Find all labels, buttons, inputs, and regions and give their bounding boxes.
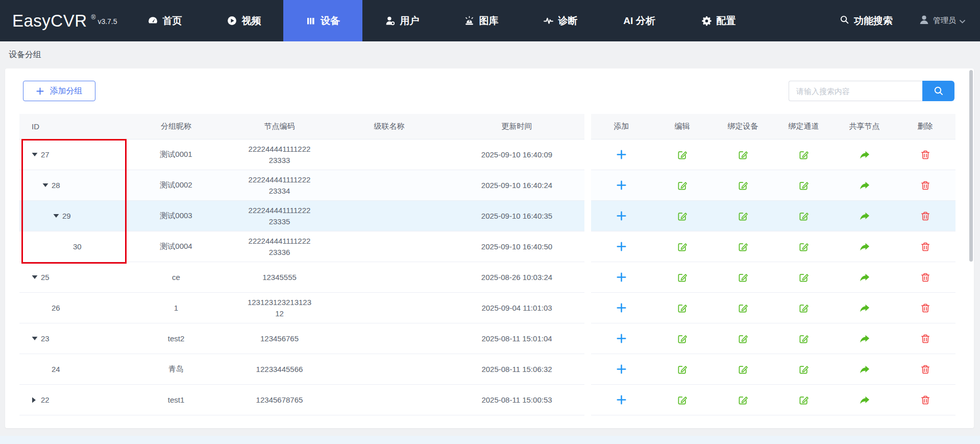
add-button[interactable] xyxy=(615,209,628,223)
search-button[interactable] xyxy=(922,81,954,101)
nav-item-device[interactable]: 设备 xyxy=(283,0,362,41)
share-node-button[interactable] xyxy=(858,209,871,223)
table-row[interactable]: 23test21234567652025-08-11 15:01:04 xyxy=(19,323,584,354)
add-button[interactable] xyxy=(615,332,628,345)
share-node-button[interactable] xyxy=(858,179,871,192)
bind-channel-button[interactable] xyxy=(797,148,811,161)
expand-arrow-icon[interactable] xyxy=(32,152,40,157)
expand-arrow-icon[interactable] xyxy=(42,183,51,188)
table-row[interactable]: 30测试0004222244441111222233362025-09-10 1… xyxy=(19,231,584,262)
delete-button[interactable] xyxy=(919,363,932,376)
edit-button[interactable] xyxy=(676,363,689,376)
cell-bind-device xyxy=(713,179,773,192)
add-button[interactable] xyxy=(615,179,628,192)
delete-button[interactable] xyxy=(919,271,932,284)
action-row xyxy=(591,293,955,323)
nav-item-user[interactable]: 用户 xyxy=(362,0,442,41)
table-action-columns: 添加 编辑 绑定设备 绑定通道 共享节点 删除 xyxy=(591,114,955,415)
share-node-button[interactable] xyxy=(858,301,871,315)
add-button[interactable] xyxy=(615,301,628,315)
bind-channel-button[interactable] xyxy=(797,332,811,345)
add-button[interactable] xyxy=(615,148,628,161)
expand-arrow-icon[interactable] xyxy=(32,336,40,341)
cell-edit xyxy=(652,240,713,253)
nav-item-diagnosis[interactable]: 诊断 xyxy=(521,0,600,41)
nav-item-config[interactable]: 配置 xyxy=(679,0,758,41)
cell-updated-time-text: 2025-08-11 15:00:53 xyxy=(481,395,552,404)
cell-updated-time: 2025-08-11 15:01:04 xyxy=(449,334,584,343)
table-row[interactable]: 22test1123456787652025-08-11 15:00:53 xyxy=(19,385,584,415)
delete-button[interactable] xyxy=(919,393,932,407)
share-node-button[interactable] xyxy=(858,240,871,253)
table-row[interactable]: 25ce123455552025-08-26 10:03:24 xyxy=(19,262,584,293)
bind-device-button[interactable] xyxy=(737,393,750,407)
delete-button[interactable] xyxy=(919,240,932,253)
expand-arrow-icon[interactable] xyxy=(32,275,40,279)
scrollbar[interactable] xyxy=(969,70,973,262)
delete-button[interactable] xyxy=(919,209,932,223)
cell-nickname: 测试0004 xyxy=(122,242,230,251)
bind-channel-button[interactable] xyxy=(797,209,811,223)
share-node-button[interactable] xyxy=(858,363,871,376)
delete-button[interactable] xyxy=(919,301,932,315)
cell-updated-time: 2025-09-10 16:40:09 xyxy=(449,150,584,159)
bind-device-button[interactable] xyxy=(737,179,750,192)
nav-item-video[interactable]: 视频 xyxy=(204,0,283,41)
edit-button[interactable] xyxy=(676,148,689,161)
share-node-button[interactable] xyxy=(858,393,871,407)
add-button[interactable] xyxy=(615,393,628,407)
bind-channel-button[interactable] xyxy=(797,393,811,407)
edit-button[interactable] xyxy=(676,393,689,407)
bind-device-button[interactable] xyxy=(737,332,750,345)
cell-id: 22 xyxy=(19,395,122,404)
bind-device-button[interactable] xyxy=(737,148,750,161)
table-row[interactable]: 27测试0001222244441111222233332025-09-10 1… xyxy=(19,139,584,170)
add-button[interactable] xyxy=(615,363,628,376)
delete-button[interactable] xyxy=(919,179,932,192)
collapse-arrow-icon[interactable] xyxy=(32,397,40,403)
table-row[interactable]: 24青岛122334455662025-08-11 15:06:32 xyxy=(19,354,584,385)
add-button[interactable] xyxy=(615,240,628,253)
nav-item-home[interactable]: 首页 xyxy=(125,0,204,41)
search-input[interactable] xyxy=(789,81,922,101)
nav-item-ai-analysis[interactable]: AI 分析 xyxy=(600,0,679,41)
add-group-label: 添加分组 xyxy=(50,86,83,97)
bind-channel-button[interactable] xyxy=(797,179,811,192)
cell-node-code-text: 22224444111122223335 xyxy=(247,205,313,227)
delete-button[interactable] xyxy=(919,148,932,161)
bind-channel-button[interactable] xyxy=(797,271,811,284)
bind-channel-button[interactable] xyxy=(797,240,811,253)
bind-channel-button[interactable] xyxy=(797,363,811,376)
add-group-button[interactable]: 添加分组 xyxy=(23,81,95,101)
edit-button[interactable] xyxy=(676,332,689,345)
edit-button[interactable] xyxy=(676,301,689,315)
table-row[interactable]: 29测试0003222244441111222233352025-09-10 1… xyxy=(19,201,584,231)
share-node-button[interactable] xyxy=(858,148,871,161)
edit-button[interactable] xyxy=(676,271,689,284)
add-button[interactable] xyxy=(615,271,628,284)
share-node-button[interactable] xyxy=(858,271,871,284)
cell-updated-time: 2025-08-26 10:03:24 xyxy=(449,273,584,282)
user-menu[interactable]: 管理员 xyxy=(919,0,965,41)
search-icon xyxy=(933,85,944,97)
table-row[interactable]: 261123123123213123122025-09-04 11:01:03 xyxy=(19,293,584,323)
nav-function-search[interactable]: 功能搜索 xyxy=(823,0,910,41)
edit-button[interactable] xyxy=(676,179,689,192)
cell-share xyxy=(834,179,895,192)
cell-id: 26 xyxy=(19,303,122,312)
edit-button[interactable] xyxy=(676,209,689,223)
bind-device-button[interactable] xyxy=(737,240,750,253)
edit-button[interactable] xyxy=(676,240,689,253)
bind-device-button[interactable] xyxy=(737,209,750,223)
share-node-button[interactable] xyxy=(858,332,871,345)
bind-device-button[interactable] xyxy=(737,301,750,315)
expand-arrow-icon[interactable] xyxy=(53,214,61,218)
dashboard-icon xyxy=(148,15,158,26)
table-row[interactable]: 28测试0002222244441111222233342025-09-10 1… xyxy=(19,170,584,201)
cell-delete xyxy=(895,301,955,315)
delete-button[interactable] xyxy=(919,332,932,345)
bind-device-button[interactable] xyxy=(737,363,750,376)
bind-channel-button[interactable] xyxy=(797,301,811,315)
bind-device-button[interactable] xyxy=(737,271,750,284)
nav-item-gallery[interactable]: 图库 xyxy=(442,0,521,41)
